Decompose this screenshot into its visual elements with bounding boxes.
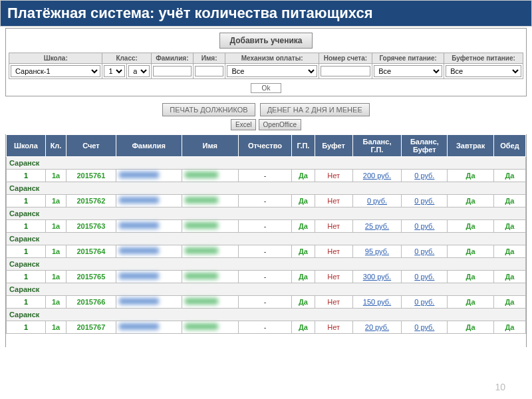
cell-klass: 1а <box>45 271 66 283</box>
cell-surname <box>116 271 182 283</box>
cell-gp: Да <box>292 296 315 309</box>
cell-bal-gp[interactable]: 95 руб. <box>352 245 402 258</box>
cell-account: 2015762 <box>66 195 116 207</box>
cell-klass: 1а <box>45 195 66 207</box>
cell-bal-buffet[interactable]: 0 руб. <box>402 321 448 334</box>
filter-label-name: Имя: <box>193 53 225 64</box>
table-row[interactable]: 11а2015764-ДаНет95 руб.0 руб.ДаДа <box>7 245 526 258</box>
ok-button[interactable]: Ok <box>251 83 282 93</box>
page-title: Платёжная система: учёт количества питаю… <box>0 0 532 27</box>
cell-breakfast: Да <box>448 321 494 334</box>
filter-label-hotmeal: Горячее питание: <box>372 53 444 64</box>
cell-bal-buffet[interactable]: 0 руб. <box>402 271 448 283</box>
page-number: 10 <box>495 382 505 392</box>
cell-school: 1 <box>7 170 46 182</box>
cell-lunch: Да <box>493 321 525 334</box>
cell-bal-gp[interactable]: 200 руб. <box>352 170 402 182</box>
col-bal-gp: Баланс,Г.П. <box>352 135 402 157</box>
account-input[interactable] <box>321 66 370 76</box>
cell-breakfast: Да <box>448 271 494 283</box>
name-input[interactable] <box>195 66 224 76</box>
cell-surname <box>116 321 182 334</box>
cell-bal-buffet[interactable]: 0 руб. <box>402 245 448 258</box>
cell-patronymic: - <box>238 220 292 233</box>
openoffice-button[interactable]: OpenOffice <box>259 119 301 130</box>
cell-name <box>182 220 238 233</box>
low-balance-button[interactable]: ДЕНЕГ НА 2 ДНЯ И МЕНЕЕ <box>260 103 370 116</box>
cell-lunch: Да <box>493 195 525 207</box>
add-student-button[interactable]: Добавить ученика <box>219 33 312 49</box>
cell-bal-buffet[interactable]: 0 руб. <box>402 220 448 233</box>
cell-account: 2015767 <box>66 321 116 334</box>
table-row[interactable]: 11а2015761-ДаНет200 руб.0 руб.ДаДа <box>7 170 526 182</box>
paymech-select[interactable]: Все <box>227 65 317 77</box>
cell-school: 1 <box>7 220 46 233</box>
cell-bal-gp[interactable]: 0 руб. <box>352 195 402 207</box>
table-row[interactable]: 11а2015766-ДаНет150 руб.0 руб.ДаДа <box>7 296 526 309</box>
cell-name <box>182 271 238 283</box>
cell-account: 2015763 <box>66 220 116 233</box>
cell-account: 2015766 <box>66 296 116 309</box>
klass-num-select[interactable]: 1 <box>104 65 125 77</box>
export-row: Excel OpenOffice <box>0 119 532 130</box>
actions-row: ПЕЧАТЬ ДОЛЖНИКОВ ДЕНЕГ НА 2 ДНЯ И МЕНЕЕ <box>0 103 532 116</box>
cell-breakfast: Да <box>448 170 494 182</box>
hotmeal-select[interactable]: Все <box>374 65 442 77</box>
print-debtors-button[interactable]: ПЕЧАТЬ ДОЛЖНИКОВ <box>162 103 255 116</box>
cell-buffet: Нет <box>315 296 352 309</box>
cell-gp: Да <box>292 245 315 258</box>
cell-patronymic: - <box>238 321 292 334</box>
cell-bal-buffet[interactable]: 0 руб. <box>402 296 448 309</box>
cell-bal-buffet[interactable]: 0 руб. <box>402 170 448 182</box>
cell-gp: Да <box>292 170 315 182</box>
cell-patronymic: - <box>238 296 292 309</box>
cell-surname <box>116 195 182 207</box>
col-gp: Г.П. <box>292 135 315 157</box>
school-select[interactable]: Саранск-1 <box>11 65 100 77</box>
filter-label-paymech: Механизм оплаты: <box>225 53 319 64</box>
filter-label-buffet: Буфетное питание: <box>444 53 523 64</box>
cell-patronymic: - <box>238 170 292 182</box>
cell-school: 1 <box>7 321 46 334</box>
cell-surname <box>116 296 182 309</box>
cell-surname <box>116 220 182 233</box>
cell-name <box>182 321 238 334</box>
col-school: Школа <box>7 135 46 157</box>
cell-bal-gp[interactable]: 150 руб. <box>352 296 402 309</box>
group-row: Саранск <box>7 182 526 195</box>
table-row[interactable]: 11а2015762-ДаНет0 руб.0 руб.ДаДа <box>7 195 526 207</box>
cell-gp: Да <box>292 271 315 283</box>
cell-lunch: Да <box>493 220 525 233</box>
col-buffet: Буфет <box>315 135 352 157</box>
cell-bal-gp[interactable]: 300 руб. <box>352 271 402 283</box>
group-row: Саранск <box>7 207 526 220</box>
table-row[interactable]: 11а2015767-ДаНет20 руб.0 руб.ДаДа <box>7 321 526 334</box>
klass-letter-select[interactable]: а <box>128 65 150 77</box>
cell-klass: 1а <box>45 245 66 258</box>
cell-account: 2015765 <box>66 271 116 283</box>
surname-input[interactable] <box>153 66 192 76</box>
cell-klass: 1а <box>45 321 66 334</box>
group-row: Саранск <box>7 258 526 271</box>
cell-name <box>182 170 238 182</box>
cell-name <box>182 245 238 258</box>
col-klass: Кл. <box>45 135 66 157</box>
table-row[interactable]: 11а2015763-ДаНет25 руб.0 руб.ДаДа <box>7 220 526 233</box>
table-row[interactable]: 11а2015765-ДаНет300 руб.0 руб.ДаДа <box>7 271 526 283</box>
cell-breakfast: Да <box>448 195 494 207</box>
buffet-select[interactable]: Все <box>446 65 521 77</box>
cell-bal-gp[interactable]: 25 руб. <box>352 220 402 233</box>
cell-school: 1 <box>7 245 46 258</box>
cell-breakfast: Да <box>448 245 494 258</box>
cell-lunch: Да <box>493 271 525 283</box>
cell-account: 2015764 <box>66 245 116 258</box>
cell-lunch: Да <box>493 296 525 309</box>
excel-button[interactable]: Excel <box>231 119 256 130</box>
cell-name <box>182 195 238 207</box>
cell-school: 1 <box>7 271 46 283</box>
cell-gp: Да <box>292 321 315 334</box>
filter-label-school: Школа: <box>9 53 102 64</box>
cell-bal-gp[interactable]: 20 руб. <box>352 321 402 334</box>
cell-bal-buffet[interactable]: 0 руб. <box>402 195 448 207</box>
cell-buffet: Нет <box>315 170 352 182</box>
